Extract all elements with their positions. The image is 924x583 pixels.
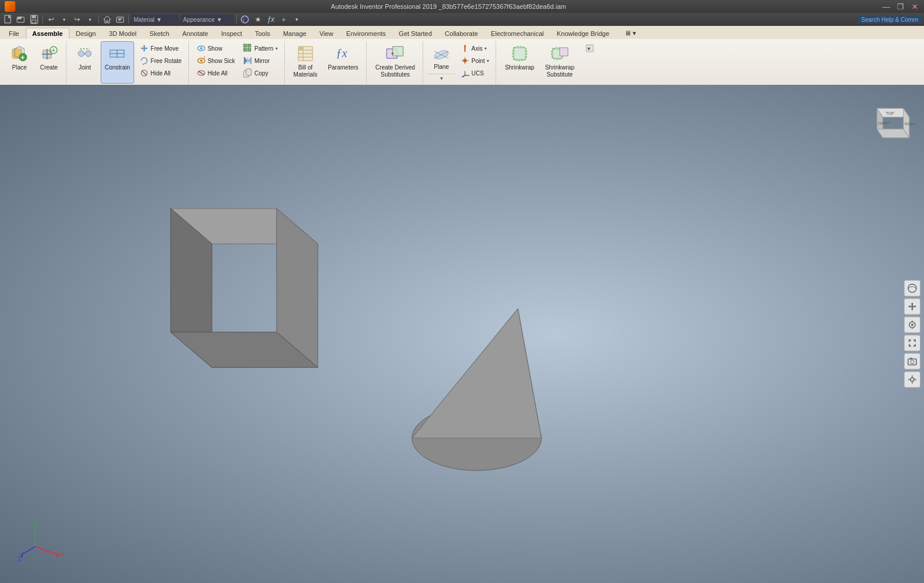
place-button[interactable]: + Place bbox=[6, 41, 33, 84]
hideall-pos-icon bbox=[139, 68, 149, 78]
svg-marker-88 bbox=[877, 129, 909, 138]
bom-button[interactable]: Bill ofMaterials bbox=[290, 41, 322, 84]
plane-dropdown-arrow: ▾ bbox=[440, 75, 443, 81]
svg-rect-54 bbox=[393, 47, 403, 56]
zoom-all-button[interactable] bbox=[904, 335, 920, 352]
tab-tools[interactable]: Tools bbox=[248, 28, 277, 39]
svg-marker-61 bbox=[464, 45, 466, 47]
freemove-button[interactable]: Free Move bbox=[137, 42, 185, 54]
plane-dropdown-button[interactable]: ▾ bbox=[428, 74, 455, 82]
material-label: Material ▼ bbox=[134, 16, 162, 23]
qa-separator-1 bbox=[42, 15, 43, 24]
parameters-icon: ƒx bbox=[334, 44, 353, 63]
hideall-pos-button[interactable]: Hide All bbox=[137, 67, 185, 79]
joint-button[interactable]: Joint bbox=[71, 41, 98, 84]
tab-getstarted[interactable]: Get Started bbox=[393, 28, 438, 39]
svg-rect-74 bbox=[560, 48, 568, 56]
viewport[interactable]: TOP FRONT RIGHT X bbox=[0, 85, 924, 583]
svg-text:!: ! bbox=[204, 55, 205, 60]
axis-button[interactable]: Axis ▾ bbox=[457, 42, 492, 54]
tab-annotate[interactable]: Annotate bbox=[176, 28, 215, 39]
save-button[interactable] bbox=[28, 14, 40, 25]
tab-collaborate[interactable]: Collaborate bbox=[438, 28, 484, 39]
minimize-button[interactable]: — bbox=[882, 2, 891, 11]
tab-inspect[interactable]: Inspect bbox=[215, 28, 248, 39]
pan-button[interactable] bbox=[904, 299, 920, 315]
hideall-rel-button[interactable]: Hide All bbox=[194, 67, 238, 79]
tab-knowledgebridge[interactable]: Knowledge Bridge bbox=[550, 28, 616, 39]
title-bar-controls: — ❐ ✕ bbox=[882, 2, 919, 11]
ucs-button[interactable]: UCS bbox=[457, 67, 492, 79]
tab-manage[interactable]: Manage bbox=[277, 28, 313, 39]
tab-assemble[interactable]: Assemble bbox=[26, 28, 69, 39]
home-button[interactable] bbox=[101, 14, 113, 25]
shrinkwrap-button[interactable]: Shrinkwrap bbox=[501, 41, 539, 84]
show-button[interactable]: Show bbox=[194, 42, 238, 54]
create-derived-button[interactable]: Create DerivedSubstitutes bbox=[371, 41, 419, 84]
view-cube[interactable]: TOP FRONT RIGHT bbox=[865, 97, 912, 144]
relationships-show-col: Show ! Show Sick Hide All bbox=[194, 41, 238, 79]
simplification-expand-button[interactable]: ▾ bbox=[581, 42, 599, 54]
plane-split-container: Plane ▾ bbox=[428, 41, 455, 82]
mirror-button[interactable]: Mirror bbox=[240, 55, 280, 67]
svg-rect-39 bbox=[244, 48, 247, 51]
workfeatures-small-col: Axis ▾ Point ▾ UCS bbox=[457, 41, 492, 79]
inventor-icon-btn[interactable]: i bbox=[239, 14, 251, 25]
orbit-button[interactable] bbox=[904, 280, 920, 297]
svg-marker-109 bbox=[33, 523, 38, 526]
new-button[interactable] bbox=[2, 14, 14, 25]
create-button[interactable]: + Create bbox=[35, 41, 62, 84]
material-dropdown[interactable]: Material ▼ bbox=[131, 14, 178, 25]
appearance-dropdown[interactable]: Appearance ▼ bbox=[181, 14, 234, 25]
return-button[interactable] bbox=[114, 14, 126, 25]
simplification-content: Shrinkwrap ShrinkwrapSubstitute bbox=[501, 41, 599, 87]
search-help-button[interactable]: Search Help & Comm bbox=[857, 16, 922, 24]
svg-point-31 bbox=[200, 47, 202, 49]
settings-view-button[interactable] bbox=[904, 372, 920, 388]
ribbon-tabs: File Assemble Design 3D Model Sketch Ann… bbox=[0, 26, 924, 39]
tab-sketch[interactable]: Sketch bbox=[143, 28, 176, 39]
open-button[interactable] bbox=[15, 14, 27, 25]
point-button[interactable]: Point ▾ bbox=[457, 55, 492, 67]
svg-point-33 bbox=[200, 59, 202, 62]
tab-3dmodel[interactable]: 3D Model bbox=[102, 28, 143, 39]
tab-electromechanical[interactable]: Electromechanical bbox=[484, 28, 550, 39]
cone-3d-object bbox=[400, 303, 612, 481]
pattern-button[interactable]: Pattern ▾ bbox=[240, 42, 280, 54]
showsick-button[interactable]: ! Show Sick bbox=[194, 55, 238, 67]
svg-rect-40 bbox=[248, 48, 251, 51]
redo-arrow[interactable]: ▾ bbox=[84, 14, 96, 25]
freerotate-button[interactable]: Free Rotate bbox=[137, 55, 185, 67]
star-btn[interactable]: ★ bbox=[252, 14, 264, 25]
tab-file[interactable]: File bbox=[2, 28, 26, 39]
svg-point-94 bbox=[911, 324, 913, 326]
shrinkwrap-sub-button[interactable]: ShrinkwrapSubstitute bbox=[541, 41, 579, 84]
position-small-col: Free Move Free Rotate Hide All bbox=[137, 41, 185, 79]
plus-btn[interactable]: ＋ bbox=[278, 14, 290, 25]
close-button[interactable]: ✕ bbox=[910, 2, 919, 11]
tab-environments[interactable]: Environments bbox=[340, 28, 392, 39]
copy-button[interactable]: Copy bbox=[240, 67, 280, 79]
redo-button[interactable]: ↪ bbox=[71, 14, 83, 25]
chevron-down-icon[interactable]: ▾ bbox=[291, 14, 303, 25]
hideall-pos-label: Hide All bbox=[151, 70, 171, 77]
show-label: Show bbox=[208, 45, 222, 52]
plane-button[interactable]: Plane bbox=[428, 41, 455, 74]
title-bar: Autodesk Inventor Professional 2019 _83b… bbox=[0, 0, 924, 13]
create-derived-icon bbox=[385, 44, 404, 63]
shrinkwrap-sub-icon bbox=[550, 44, 569, 63]
tab-monitor[interactable]: 🖥 ▾ bbox=[618, 27, 643, 39]
shrinkwrap-sub-label: ShrinkwrapSubstitute bbox=[545, 64, 574, 78]
look-at-button[interactable] bbox=[904, 317, 920, 333]
tab-design[interactable]: Design bbox=[69, 28, 102, 39]
svg-text:Z: Z bbox=[18, 556, 21, 562]
tab-view[interactable]: View bbox=[313, 28, 340, 39]
fx-btn[interactable]: ƒx bbox=[265, 14, 277, 25]
undo-arrow[interactable]: ▾ bbox=[58, 14, 70, 25]
camera-button[interactable] bbox=[904, 353, 920, 370]
constrain-button[interactable]: Constrain bbox=[101, 41, 134, 84]
parameters-button[interactable]: ƒx Parameters bbox=[324, 41, 363, 84]
maximize-button[interactable]: ❐ bbox=[896, 2, 905, 11]
undo-button[interactable]: ↩ bbox=[45, 14, 57, 25]
ucs-label: UCS bbox=[471, 70, 484, 77]
